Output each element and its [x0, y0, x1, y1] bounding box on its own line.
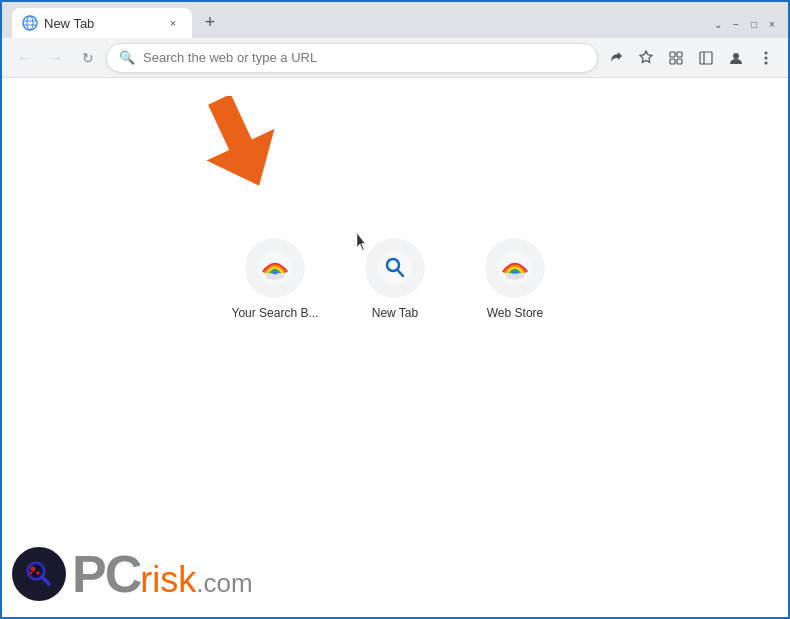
- address-bar[interactable]: 🔍: [106, 43, 598, 73]
- shortcut-your-search[interactable]: Your Search B...: [230, 238, 320, 320]
- shortcut-web-store[interactable]: Web Store: [470, 238, 560, 320]
- chevron-down-icon[interactable]: ⌄: [710, 16, 726, 32]
- svg-point-1: [27, 16, 33, 30]
- svg-point-33: [30, 572, 33, 575]
- forward-button[interactable]: →: [42, 44, 70, 72]
- minimize-button[interactable]: −: [728, 16, 744, 32]
- new-tab-shortcut-icon: [365, 238, 425, 298]
- profile-icon: [728, 50, 744, 66]
- rainbow-icon-2: [497, 250, 533, 286]
- tab-title: New Tab: [44, 16, 94, 31]
- maximize-button[interactable]: □: [746, 16, 762, 32]
- window-controls: ⌄ − □ ×: [710, 16, 788, 38]
- shortcuts-row: Your Search B... New Tab: [230, 238, 560, 320]
- svg-point-20: [378, 251, 412, 285]
- new-tab-button[interactable]: +: [196, 8, 224, 36]
- new-tab-label: New Tab: [372, 306, 418, 320]
- svg-point-12: [765, 56, 768, 59]
- tab-favicon: [22, 15, 38, 31]
- svg-rect-6: [670, 59, 675, 64]
- active-tab[interactable]: New Tab ×: [12, 8, 192, 38]
- close-button[interactable]: ×: [764, 16, 780, 32]
- puzzle-icon: [668, 50, 684, 66]
- pcrisk-logo: [12, 547, 66, 601]
- url-input[interactable]: [143, 50, 585, 65]
- your-search-icon: [245, 238, 305, 298]
- svg-point-32: [36, 571, 40, 575]
- svg-rect-7: [677, 59, 682, 64]
- svg-rect-8: [700, 52, 712, 64]
- main-content: Your Search B... New Tab: [2, 78, 788, 619]
- search-icon: [377, 250, 413, 286]
- star-icon: [638, 50, 654, 66]
- risk-text: risk: [140, 562, 196, 598]
- toolbar-actions: [602, 44, 780, 72]
- web-store-label: Web Store: [487, 306, 543, 320]
- tab-area: New Tab × +: [2, 2, 224, 38]
- svg-rect-4: [670, 52, 675, 57]
- svg-point-0: [23, 16, 37, 30]
- your-search-label: Your Search B...: [232, 306, 319, 320]
- share-button[interactable]: [602, 44, 630, 72]
- pcrisk-watermark: PCrisk.com: [12, 547, 253, 601]
- svg-point-27: [516, 273, 524, 279]
- svg-point-10: [733, 53, 739, 59]
- back-button[interactable]: ←: [10, 44, 38, 72]
- toolbar: ← → ↻ 🔍: [2, 38, 788, 78]
- bookmark-button[interactable]: [632, 44, 660, 72]
- tab-close-button[interactable]: ×: [164, 14, 182, 32]
- extensions-button[interactable]: [662, 44, 690, 72]
- rainbow-icon-1: [257, 250, 293, 286]
- svg-rect-5: [677, 52, 682, 57]
- svg-point-19: [276, 273, 284, 279]
- menu-button[interactable]: [752, 44, 780, 72]
- svg-point-31: [31, 567, 36, 572]
- svg-marker-14: [197, 96, 277, 191]
- profile-button[interactable]: [722, 44, 750, 72]
- svg-point-13: [765, 61, 768, 64]
- orange-arrow: [197, 96, 277, 186]
- reload-button[interactable]: ↻: [74, 44, 102, 72]
- share-icon: [608, 50, 624, 66]
- web-store-icon: [485, 238, 545, 298]
- more-menu-icon: [758, 50, 774, 66]
- title-bar: New Tab × + ⌄ − □ ×: [2, 2, 788, 38]
- shortcut-new-tab[interactable]: New Tab: [350, 238, 440, 320]
- sidebar-icon: [698, 50, 714, 66]
- com-text: .com: [196, 570, 252, 596]
- pc-text: PC: [72, 548, 140, 600]
- svg-point-11: [765, 51, 768, 54]
- address-search-icon: 🔍: [119, 50, 135, 65]
- sidebar-button[interactable]: [692, 44, 720, 72]
